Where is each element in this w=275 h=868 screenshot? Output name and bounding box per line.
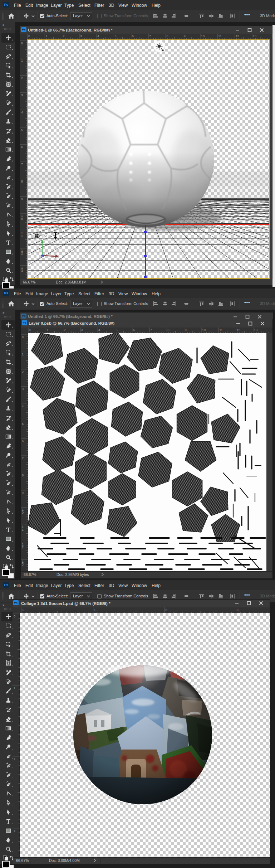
svg-text:3d: 3d [44,234,47,238]
